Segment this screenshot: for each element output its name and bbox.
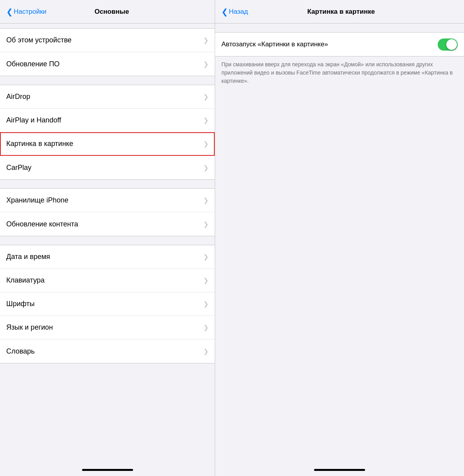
left-home-indicator — [0, 463, 215, 476]
carplay-label: CarPlay — [6, 164, 31, 172]
dictionary-item[interactable]: Словарь ❯ — [0, 339, 215, 363]
content-update-label: Обновление контента — [6, 220, 78, 228]
carplay-chevron-icon: ❯ — [203, 164, 208, 171]
section-2: AirDrop ❯ AirPlay и Handoff ❯ Картинка в… — [0, 85, 215, 180]
datetime-item[interactable]: Дата и время ❯ — [0, 245, 215, 269]
left-nav-bar: ❮ Настройки Основные — [0, 0, 215, 24]
keyboard-label: Клавиатура — [6, 276, 45, 285]
settings-list: Об этом устройстве ❯ Обновление ПО ❯ Air… — [0, 24, 215, 463]
dictionary-label: Словарь — [6, 347, 35, 356]
content-update-chevron-icon: ❯ — [203, 221, 208, 228]
software-update-label: Обновление ПО — [6, 60, 60, 68]
right-home-indicator — [215, 463, 464, 476]
software-update-chevron-icon: ❯ — [203, 60, 208, 68]
back-to-osnov-button[interactable]: ❮ Назад — [221, 7, 248, 16]
fonts-label: Шрифты — [6, 300, 35, 308]
right-content: Автозапуск «Картинки в картинке» При сма… — [215, 24, 464, 463]
right-nav-title: Картинка в картинке — [248, 8, 434, 16]
pip-chevron-icon: ❯ — [203, 140, 208, 148]
language-region-chevron-icon: ❯ — [203, 324, 208, 331]
airplay-handoff-label: AirPlay и Handoff — [6, 116, 61, 124]
back-label: Настройки — [14, 8, 46, 16]
back-to-settings-button[interactable]: ❮ Настройки — [6, 7, 46, 16]
section-4: Дата и время ❯ Клавиатура ❯ Шрифты ❯ Язы… — [0, 245, 215, 363]
section-3: Хранилище iPhone ❯ Обновление контента ❯ — [0, 188, 215, 236]
left-nav-title: Основные — [46, 8, 177, 16]
about-device-label: Об этом устройстве — [6, 36, 71, 44]
autostart-toggle[interactable] — [438, 38, 458, 51]
pip-item[interactable]: Картинка в картинке ❯ — [0, 132, 215, 156]
fonts-chevron-icon: ❯ — [203, 300, 208, 308]
airplay-handoff-item[interactable]: AirPlay и Handoff ❯ — [0, 109, 215, 132]
iphone-storage-label: Хранилище iPhone — [6, 196, 68, 204]
language-region-item[interactable]: Язык и регион ❯ — [0, 316, 215, 339]
left-home-bar — [82, 469, 133, 471]
left-panel: ❮ Настройки Основные Об этом устройстве … — [0, 0, 215, 476]
dictionary-chevron-icon: ❯ — [203, 348, 208, 355]
airdrop-chevron-icon: ❯ — [203, 93, 208, 100]
section-1: Об этом устройстве ❯ Обновление ПО ❯ — [0, 28, 215, 76]
right-home-bar — [314, 469, 365, 471]
airdrop-label: AirDrop — [6, 93, 30, 101]
about-device-chevron-icon: ❯ — [203, 36, 208, 44]
pip-label: Картинка в картинке — [6, 140, 73, 148]
language-region-label: Язык и регион — [6, 323, 53, 332]
back-chevron-icon: ❮ — [6, 7, 13, 16]
datetime-label: Дата и время — [6, 253, 50, 261]
datetime-chevron-icon: ❯ — [203, 253, 208, 261]
autostart-toggle-label: Автозапуск «Картинки в картинке» — [221, 40, 438, 48]
iphone-storage-item[interactable]: Хранилище iPhone ❯ — [0, 189, 215, 212]
airplay-handoff-chevron-icon: ❯ — [203, 117, 208, 124]
airdrop-item[interactable]: AirDrop ❯ — [0, 85, 215, 109]
keyboard-chevron-icon: ❯ — [203, 277, 208, 284]
autostart-toggle-row: Автозапуск «Картинки в картинке» — [215, 33, 464, 56]
iphone-storage-chevron-icon: ❯ — [203, 197, 208, 204]
right-back-chevron-icon: ❮ — [221, 7, 228, 16]
carplay-item[interactable]: CarPlay ❯ — [0, 156, 215, 179]
keyboard-item[interactable]: Клавиатура ❯ — [0, 269, 215, 292]
content-update-item[interactable]: Обновление контента ❯ — [0, 212, 215, 236]
right-back-label: Назад — [229, 8, 248, 16]
fonts-item[interactable]: Шрифты ❯ — [0, 292, 215, 316]
software-update-item[interactable]: Обновление ПО ❯ — [0, 52, 215, 76]
right-nav-bar: ❮ Назад Картинка в картинке — [215, 0, 464, 24]
right-panel: ❮ Назад Картинка в картинке Автозапуск «… — [215, 0, 464, 476]
pip-description: При смахивании вверх для перехода на экр… — [215, 57, 464, 91]
about-device-item[interactable]: Об этом устройстве ❯ — [0, 29, 215, 52]
pip-settings-section: Автозапуск «Картинки в картинке» — [215, 32, 464, 57]
